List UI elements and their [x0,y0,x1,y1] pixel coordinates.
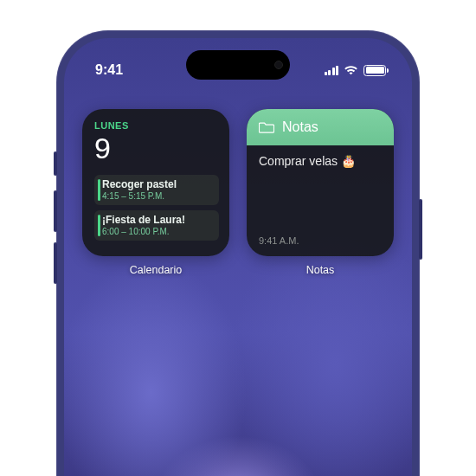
calendar-widget[interactable]: LUNES 9 Recoger pastel 4:15 – 5:15 P.M. … [82,109,229,256]
phone-frame: 9:41 LUNES 9 [56,30,420,476]
side-button-volume-up[interactable] [54,190,57,232]
note-text: Comprar velas 🎂 [259,154,382,235]
widget-row: LUNES 9 Recoger pastel 4:15 – 5:15 P.M. … [64,109,412,276]
status-indicators [325,65,387,76]
calendar-event-time: 6:00 – 10:00 P.M. [102,227,213,236]
notes-header-title: Notas [282,119,318,135]
calendar-date: 9 [94,133,219,163]
folder-icon [259,121,274,133]
calendar-day-name: LUNES [94,120,219,131]
battery-icon [363,65,386,76]
wifi-icon [344,65,358,75]
status-bar: 9:41 [64,38,412,87]
calendar-event[interactable]: Recoger pastel 4:15 – 5:15 P.M. [94,175,219,205]
notes-widget-container: Notas Comprar velas 🎂 9:41 A.M. Notas [247,109,394,276]
note-time: 9:41 A.M. [259,235,382,246]
calendar-event-title: Recoger pastel [102,178,213,190]
calendar-widget-label: Calendario [130,264,182,276]
status-time: 9:41 [95,62,123,78]
side-button-volume-down[interactable] [54,242,57,284]
calendar-event-title: ¡Fiesta de Laura! [102,214,213,226]
calendar-widget-container: LUNES 9 Recoger pastel 4:15 – 5:15 P.M. … [82,109,229,276]
cellular-signal-icon [325,66,339,75]
calendar-event-time: 4:15 – 5:15 P.M. [102,191,213,201]
notes-widget-body: Comprar velas 🎂 9:41 A.M. [247,145,394,256]
notes-widget-header: Notas [247,109,394,145]
notes-widget[interactable]: Notas Comprar velas 🎂 9:41 A.M. [247,109,394,256]
screen: 9:41 LUNES 9 [64,38,412,476]
side-button-power[interactable] [419,199,422,260]
notes-widget-label: Notas [306,264,335,276]
calendar-event[interactable]: ¡Fiesta de Laura! 6:00 – 10:00 P.M. [94,210,219,241]
side-button-action[interactable] [54,151,57,176]
